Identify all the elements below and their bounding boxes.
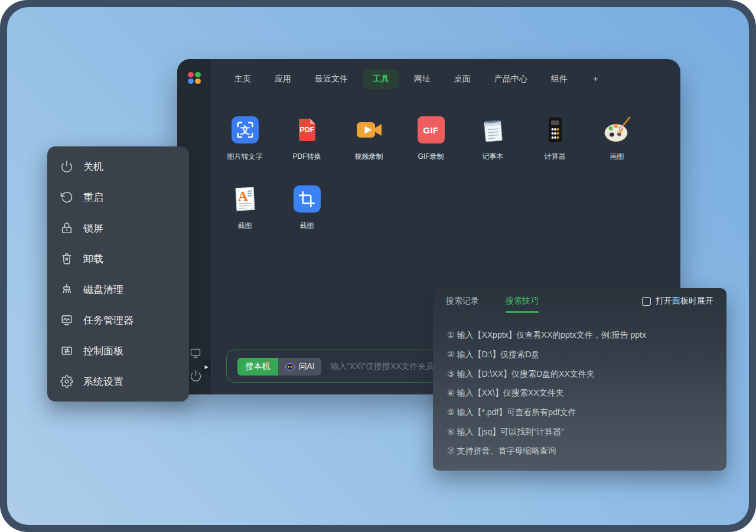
- tool-label: 图片转文字: [227, 152, 263, 162]
- wordpad-screenshot-icon: A: [231, 185, 259, 213]
- paint-icon: [603, 116, 631, 144]
- tab-desktop[interactable]: 桌面: [454, 74, 471, 84]
- tool-label: 画图: [610, 152, 624, 162]
- svg-text:文: 文: [239, 125, 250, 136]
- expand-on-open-option[interactable]: 打开面板时展开: [642, 296, 713, 306]
- menu-item-label: 卸载: [83, 252, 103, 266]
- tab-recent-files[interactable]: 最近文件: [315, 74, 348, 84]
- tab-add[interactable]: ＋: [591, 74, 599, 84]
- tip-item: ⑤ 输入【*.pdf】可查看所有pdf文件: [447, 403, 716, 423]
- tools-grid-row-1: 文 图片转文字 PDF PDF转换: [214, 116, 648, 162]
- menu-item-label: 系统设置: [83, 375, 123, 389]
- tool-pdf-convert[interactable]: PDF PDF转换: [276, 116, 338, 162]
- menu-item-label: 磁盘清理: [83, 283, 123, 296]
- crop-screenshot-icon: [294, 185, 321, 213]
- tool-label: 截图: [238, 221, 252, 231]
- tool-label: GIF录制: [418, 152, 444, 162]
- tab-widgets[interactable]: 组件: [551, 74, 568, 84]
- menu-item-label: 任务管理器: [83, 314, 133, 327]
- menu-item-system-settings[interactable]: 系统设置: [47, 366, 189, 397]
- broom-icon: [60, 283, 73, 296]
- tip-item: ③ 输入【D:\XX】仅搜索D盘的XX文件夹: [447, 364, 716, 384]
- logo-petal-blue: [188, 79, 194, 84]
- tool-screenshot-crop[interactable]: 截图: [276, 185, 338, 231]
- tool-label: 截图: [300, 221, 314, 231]
- menu-item-control-panel[interactable]: 控制面板: [47, 335, 189, 366]
- tips-list: ① 输入【XXpptx】仅查看XX的pptx文件，例:报告 pptx ② 输入【…: [447, 326, 716, 461]
- ai-robot-icon: [285, 363, 295, 371]
- tab-tools[interactable]: 工具: [363, 69, 399, 89]
- menu-item-label: 重启: [83, 191, 103, 204]
- menu-item-restart[interactable]: 重启: [47, 182, 189, 213]
- menu-item-lock-screen[interactable]: 锁屏: [47, 213, 189, 243]
- expand-arrow-button[interactable]: ▶: [202, 360, 211, 374]
- tool-image-to-text[interactable]: 文 图片转文字: [214, 116, 276, 162]
- right-arrow-icon: ▶: [204, 365, 208, 370]
- tab-urls[interactable]: 网址: [414, 74, 431, 84]
- gear-icon: [60, 375, 73, 388]
- svg-text:A: A: [237, 189, 248, 204]
- svg-text:PDF: PDF: [299, 126, 314, 134]
- trash-x-icon: [60, 252, 73, 265]
- gif-record-icon: GIF: [418, 116, 445, 143]
- tip-item: ⑦ 支持拼音、首字母缩略查询: [447, 442, 716, 461]
- tool-notepad[interactable]: 记事本: [462, 116, 524, 162]
- tip-item: ① 输入【XXpptx】仅查看XX的pptx文件，例:报告 pptx: [447, 326, 716, 345]
- tools-grid-row-2: A 截图 截图: [214, 185, 338, 231]
- search-local-button[interactable]: 搜本机: [237, 358, 278, 376]
- menu-item-shutdown[interactable]: 关机: [47, 151, 189, 182]
- search-tips-panel: 搜索记录 搜索技巧 打开面板时展开 ① 输入【XXpptx】仅查看XX的pptx…: [433, 288, 726, 471]
- ask-ai-label: 问AI: [298, 361, 314, 372]
- menu-item-label: 锁屏: [83, 221, 103, 235]
- tool-paint[interactable]: 画图: [586, 116, 648, 162]
- menu-item-label: 关机: [83, 160, 103, 174]
- video-record-icon: [355, 116, 383, 144]
- logo-petal-green: [195, 72, 201, 77]
- panel-header: 搜索记录 搜索技巧 打开面板时展开: [433, 288, 726, 314]
- tool-video-record[interactable]: 视频录制: [338, 116, 400, 162]
- tool-label: 计算器: [545, 152, 566, 162]
- app-logo-icon[interactable]: [188, 72, 202, 84]
- tab-home[interactable]: 主页: [234, 74, 251, 84]
- expand-checkbox-label: 打开面板时展开: [656, 296, 713, 306]
- sidebar-power-icon[interactable]: [190, 370, 202, 382]
- lock-icon: [60, 221, 73, 234]
- tool-calculator[interactable]: 计算器: [524, 116, 586, 162]
- restart-icon: [60, 191, 73, 204]
- ocr-icon: 文: [232, 116, 259, 143]
- search-mode-switch: 搜本机 问AI: [237, 358, 321, 376]
- notepad-icon: [479, 116, 507, 144]
- logo-petal-red: [188, 72, 194, 77]
- tip-item: ⑥ 输入【jsq】可以找到“计算器”: [447, 422, 716, 442]
- pdf-icon: PDF: [293, 116, 321, 144]
- tab-search-tips[interactable]: 搜索技巧: [506, 296, 539, 306]
- tool-gif-record[interactable]: GIF GIF录制: [400, 116, 462, 162]
- tip-item: ④ 输入【XX\】仅搜索XX文件夹: [447, 384, 716, 403]
- menu-item-disk-cleanup[interactable]: 磁盘清理: [47, 274, 189, 305]
- calculator-icon: [541, 116, 569, 144]
- tool-screenshot-doc[interactable]: A 截图: [214, 185, 276, 231]
- logo-petal-orange: [195, 79, 201, 84]
- tool-label: PDF转换: [293, 152, 321, 162]
- menu-item-task-manager[interactable]: 任务管理器: [47, 305, 189, 335]
- tab-apps[interactable]: 应用: [275, 74, 291, 84]
- ask-ai-button[interactable]: 问AI: [278, 358, 321, 376]
- tab-product-center[interactable]: 产品中心: [494, 74, 527, 84]
- expand-checkbox[interactable]: [642, 297, 651, 306]
- power-context-menu: 关机 重启 锁屏 卸载: [47, 146, 189, 402]
- tip-item: ② 输入【D:\】仅搜索D盘: [447, 345, 716, 365]
- task-manager-icon: [60, 314, 73, 327]
- monitor-icon[interactable]: [190, 347, 201, 359]
- power-icon: [60, 160, 73, 173]
- control-panel-icon: [60, 344, 73, 357]
- tab-search-history[interactable]: 搜索记录: [446, 296, 479, 306]
- menu-item-label: 控制面板: [83, 344, 123, 358]
- tool-label: 视频录制: [355, 152, 383, 162]
- tool-label: 记事本: [483, 152, 504, 162]
- menu-item-uninstall[interactable]: 卸载: [47, 243, 189, 274]
- tab-bar: 主页 应用 最近文件 工具 网址 桌面 产品中心 组件 ＋: [211, 59, 680, 99]
